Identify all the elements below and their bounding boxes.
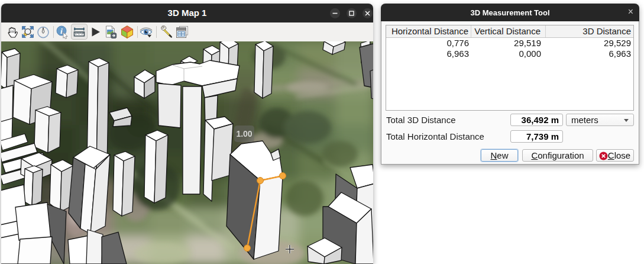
svg-text:i: i	[60, 27, 63, 36]
svg-text:1.00: 1.00	[236, 129, 252, 139]
